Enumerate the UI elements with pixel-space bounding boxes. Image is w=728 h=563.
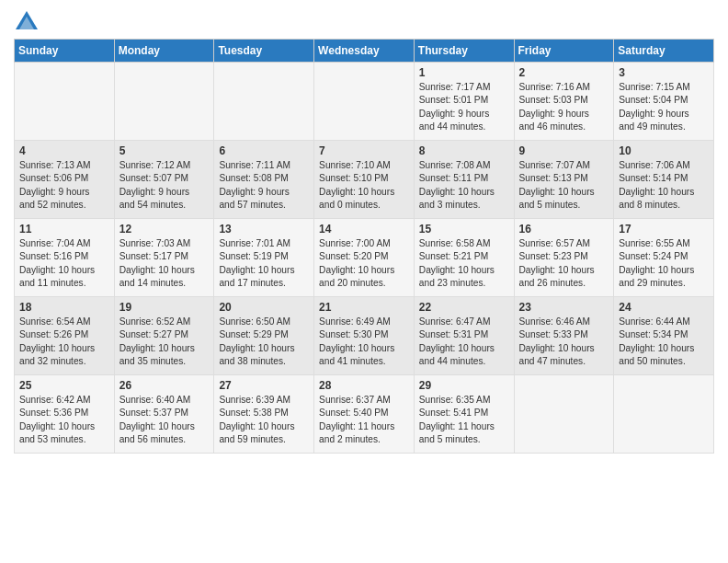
day-info: Sunrise: 7:08 AM Sunset: 5:11 PM Dayligh… [419,159,509,212]
day-number: 29 [419,379,509,392]
calendar-cell: 25Sunrise: 6:42 AM Sunset: 5:36 PM Dayli… [15,375,115,454]
calendar-week-4: 18Sunrise: 6:54 AM Sunset: 5:26 PM Dayli… [15,297,714,375]
day-number: 20 [219,301,309,314]
day-number: 16 [519,223,609,236]
day-info: Sunrise: 6:35 AM Sunset: 5:41 PM Dayligh… [419,394,509,446]
calendar-cell [314,63,415,141]
column-header-wednesday: Wednesday [314,40,415,63]
day-number: 18 [19,301,109,314]
day-info: Sunrise: 7:16 AM Sunset: 5:03 PM Dayligh… [519,81,609,133]
day-number: 7 [319,144,409,157]
day-number: 8 [419,144,509,157]
column-header-sunday: Sunday [15,40,115,63]
calendar-cell: 7Sunrise: 7:10 AM Sunset: 5:10 PM Daylig… [314,141,415,219]
header-row: SundayMondayTuesdayWednesdayThursdayFrid… [15,40,714,63]
day-number: 3 [619,66,709,79]
day-number: 26 [119,379,210,392]
calendar-cell: 20Sunrise: 6:50 AM Sunset: 5:29 PM Dayli… [214,297,314,375]
day-info: Sunrise: 6:39 AM Sunset: 5:38 PM Dayligh… [219,394,309,446]
day-number: 25 [19,379,109,392]
day-number: 13 [219,223,309,236]
day-info: Sunrise: 6:37 AM Sunset: 5:40 PM Dayligh… [319,394,409,446]
day-number: 9 [519,144,609,157]
day-number: 22 [419,301,509,314]
day-info: Sunrise: 7:11 AM Sunset: 5:08 PM Dayligh… [219,159,309,212]
day-info: Sunrise: 6:57 AM Sunset: 5:23 PM Dayligh… [519,237,609,290]
day-info: Sunrise: 6:55 AM Sunset: 5:24 PM Dayligh… [619,237,709,290]
day-info: Sunrise: 6:52 AM Sunset: 5:27 PM Dayligh… [119,316,210,368]
calendar-cell: 3Sunrise: 7:15 AM Sunset: 5:04 PM Daylig… [614,63,714,141]
logo [14,9,43,35]
calendar-cell [214,63,314,141]
day-number: 15 [419,223,509,236]
day-info: Sunrise: 7:12 AM Sunset: 5:07 PM Dayligh… [119,159,210,212]
day-info: Sunrise: 6:47 AM Sunset: 5:31 PM Dayligh… [419,316,509,368]
column-header-saturday: Saturday [614,40,714,63]
day-info: Sunrise: 7:06 AM Sunset: 5:14 PM Dayligh… [619,159,709,212]
day-info: Sunrise: 7:00 AM Sunset: 5:20 PM Dayligh… [319,237,409,290]
calendar-cell: 24Sunrise: 6:44 AM Sunset: 5:34 PM Dayli… [614,297,714,375]
day-number: 12 [119,223,210,236]
calendar-cell: 13Sunrise: 7:01 AM Sunset: 5:19 PM Dayli… [214,219,314,297]
calendar-body: 1Sunrise: 7:17 AM Sunset: 5:01 PM Daylig… [15,63,714,454]
calendar-cell: 21Sunrise: 6:49 AM Sunset: 5:30 PM Dayli… [314,297,415,375]
day-info: Sunrise: 7:15 AM Sunset: 5:04 PM Dayligh… [619,81,709,133]
calendar-cell: 2Sunrise: 7:16 AM Sunset: 5:03 PM Daylig… [514,63,614,141]
calendar-cell: 1Sunrise: 7:17 AM Sunset: 5:01 PM Daylig… [414,63,514,141]
calendar-cell: 5Sunrise: 7:12 AM Sunset: 5:07 PM Daylig… [114,141,214,219]
calendar-cell [15,63,115,141]
day-number: 6 [219,144,309,157]
day-info: Sunrise: 6:50 AM Sunset: 5:29 PM Dayligh… [219,316,309,368]
day-info: Sunrise: 7:13 AM Sunset: 5:06 PM Dayligh… [19,159,109,212]
calendar-cell: 28Sunrise: 6:37 AM Sunset: 5:40 PM Dayli… [314,375,415,454]
calendar-cell: 18Sunrise: 6:54 AM Sunset: 5:26 PM Dayli… [15,297,115,375]
calendar-cell: 14Sunrise: 7:00 AM Sunset: 5:20 PM Dayli… [314,219,415,297]
day-info: Sunrise: 6:49 AM Sunset: 5:30 PM Dayligh… [319,316,409,368]
calendar-cell: 26Sunrise: 6:40 AM Sunset: 5:37 PM Dayli… [114,375,214,454]
day-info: Sunrise: 6:58 AM Sunset: 5:21 PM Dayligh… [419,237,509,290]
day-info: Sunrise: 6:54 AM Sunset: 5:26 PM Dayligh… [19,316,109,368]
calendar-week-3: 11Sunrise: 7:04 AM Sunset: 5:16 PM Dayli… [15,219,714,297]
calendar-cell: 17Sunrise: 6:55 AM Sunset: 5:24 PM Dayli… [614,219,714,297]
calendar-cell: 15Sunrise: 6:58 AM Sunset: 5:21 PM Dayli… [414,219,514,297]
day-number: 4 [19,144,109,157]
calendar-cell [114,63,214,141]
calendar-cell: 27Sunrise: 6:39 AM Sunset: 5:38 PM Dayli… [214,375,314,454]
calendar-cell: 23Sunrise: 6:46 AM Sunset: 5:33 PM Dayli… [514,297,614,375]
calendar-cell: 4Sunrise: 7:13 AM Sunset: 5:06 PM Daylig… [15,141,115,219]
day-number: 28 [319,379,409,392]
column-header-monday: Monday [114,40,214,63]
calendar-week-2: 4Sunrise: 7:13 AM Sunset: 5:06 PM Daylig… [15,141,714,219]
calendar-cell: 12Sunrise: 7:03 AM Sunset: 5:17 PM Dayli… [114,219,214,297]
column-header-friday: Friday [514,40,614,63]
day-number: 1 [419,66,509,79]
day-number: 5 [119,144,210,157]
day-info: Sunrise: 7:07 AM Sunset: 5:13 PM Dayligh… [519,159,609,212]
calendar-cell: 16Sunrise: 6:57 AM Sunset: 5:23 PM Dayli… [514,219,614,297]
day-number: 17 [619,223,709,236]
calendar-header: SundayMondayTuesdayWednesdayThursdayFrid… [15,40,714,63]
calendar-cell: 10Sunrise: 7:06 AM Sunset: 5:14 PM Dayli… [614,141,714,219]
day-info: Sunrise: 7:03 AM Sunset: 5:17 PM Dayligh… [119,237,210,290]
day-info: Sunrise: 6:46 AM Sunset: 5:33 PM Dayligh… [519,316,609,368]
calendar-table: SundayMondayTuesdayWednesdayThursdayFrid… [14,39,714,454]
column-header-thursday: Thursday [414,40,514,63]
day-number: 19 [119,301,210,314]
day-number: 23 [519,301,609,314]
calendar-cell: 6Sunrise: 7:11 AM Sunset: 5:08 PM Daylig… [214,141,314,219]
calendar-cell: 29Sunrise: 6:35 AM Sunset: 5:41 PM Dayli… [414,375,514,454]
day-info: Sunrise: 7:01 AM Sunset: 5:19 PM Dayligh… [219,237,309,290]
day-number: 14 [319,223,409,236]
day-number: 10 [619,144,709,157]
logo-icon [14,9,40,35]
page-header [14,9,714,35]
day-info: Sunrise: 6:40 AM Sunset: 5:37 PM Dayligh… [119,394,210,446]
calendar-cell: 11Sunrise: 7:04 AM Sunset: 5:16 PM Dayli… [15,219,115,297]
day-number: 21 [319,301,409,314]
calendar-week-1: 1Sunrise: 7:17 AM Sunset: 5:01 PM Daylig… [15,63,714,141]
calendar-cell: 19Sunrise: 6:52 AM Sunset: 5:27 PM Dayli… [114,297,214,375]
day-number: 27 [219,379,309,392]
column-header-tuesday: Tuesday [214,40,314,63]
calendar-cell: 9Sunrise: 7:07 AM Sunset: 5:13 PM Daylig… [514,141,614,219]
calendar-cell: 8Sunrise: 7:08 AM Sunset: 5:11 PM Daylig… [414,141,514,219]
